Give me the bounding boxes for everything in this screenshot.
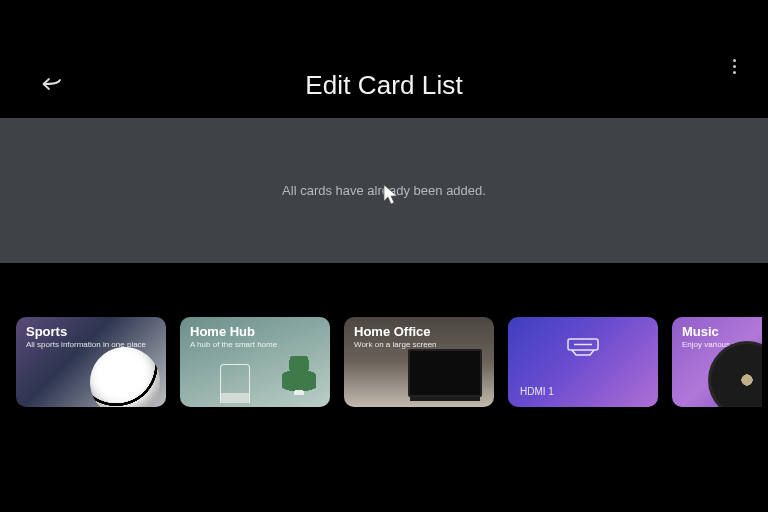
card-music[interactable]: Music Enjoy various songs — [672, 317, 762, 407]
card-label: HDMI 1 — [520, 386, 554, 397]
card-subtitle: All sports information in one place — [26, 341, 158, 350]
available-cards-panel: All cards have already been added. — [0, 118, 768, 263]
card-title: Sports — [26, 325, 158, 339]
card-list: Sports All sports information in one pla… — [16, 317, 768, 407]
card-title: Home Office — [354, 325, 486, 339]
card-subtitle: A hub of the smart home — [190, 341, 322, 350]
card-title: Music — [682, 325, 754, 339]
more-options-button[interactable] — [722, 52, 746, 80]
card-hdmi1[interactable]: HDMI 1 — [508, 317, 658, 407]
header: Edit Card List — [0, 60, 768, 110]
card-subtitle: Work on a large screen — [354, 341, 486, 350]
card-subtitle: Enjoy various songs — [682, 341, 754, 350]
page-title: Edit Card List — [305, 70, 462, 101]
dots-vertical-icon — [733, 59, 736, 62]
pointer-cursor-icon — [382, 183, 400, 205]
card-title: Home Hub — [190, 325, 322, 339]
hdmi-port-icon — [566, 337, 600, 357]
card-home-office[interactable]: Home Office Work on a large screen — [344, 317, 494, 407]
card-home-hub[interactable]: Home Hub A hub of the smart home — [180, 317, 330, 407]
back-arrow-icon — [40, 74, 64, 94]
back-button[interactable] — [38, 70, 66, 98]
card-sports[interactable]: Sports All sports information in one pla… — [16, 317, 166, 407]
